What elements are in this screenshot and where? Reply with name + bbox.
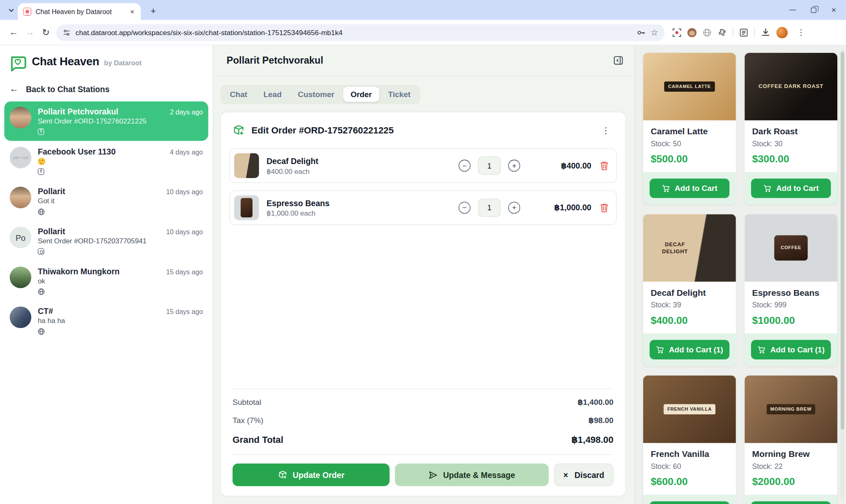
- minimize-icon[interactable]: [789, 10, 796, 10]
- product-card: DECAF DELIGHT Decaf Delight Stock: 39 $4…: [643, 214, 737, 366]
- product-thumbnail: [234, 153, 259, 178]
- chat-list-item[interactable]: Po Pollarit 10 days ago Sent Order #ORD-…: [4, 221, 208, 261]
- stock-label: Stock: 999: [752, 301, 830, 309]
- product-thumbnail: [234, 195, 259, 220]
- window-close-icon[interactable]: ×: [831, 5, 836, 15]
- browser-window: Chat Heaven by Dataroot × + × ← → ↻ chat…: [0, 0, 846, 504]
- tab-chat[interactable]: Chat: [222, 87, 255, 102]
- stock-label: Stock: 60: [651, 462, 728, 471]
- restore-icon[interactable]: [811, 7, 816, 13]
- product-price: $300.00: [752, 153, 830, 165]
- product-card: COFFEE DARK ROAST Dark Roast Stock: 30 $…: [744, 52, 838, 205]
- product-price: $400.00: [651, 314, 728, 326]
- delete-item-icon[interactable]: [600, 203, 608, 213]
- toolbar-separator: [733, 28, 733, 38]
- order-item-row: Espresso Beans ฿1,000.00 each − + ฿1,000…: [229, 190, 617, 225]
- tab-ticket[interactable]: Ticket: [380, 87, 418, 102]
- avatar-initials: Po: [10, 227, 31, 248]
- app-title: Chat Heaven: [32, 55, 99, 68]
- add-to-cart-button[interactable]: Add to Cart: [650, 501, 730, 504]
- address-bar[interactable]: chat.dataroot.app/workspaces/six-six-six…: [56, 24, 665, 40]
- browser-tab[interactable]: Chat Heaven by Dataroot ×: [18, 3, 141, 20]
- add-to-cart-button[interactable]: Add to Cart (1): [751, 340, 831, 359]
- bookmark-star-icon[interactable]: ☆: [651, 27, 658, 38]
- tab-search-chevron-icon[interactable]: [4, 4, 18, 17]
- add-to-cart-button[interactable]: Add to Cart: [751, 178, 831, 198]
- tab-close-icon[interactable]: ×: [129, 7, 135, 16]
- facebook-icon: f: [38, 169, 44, 175]
- delete-item-icon[interactable]: [600, 161, 608, 171]
- contact-title: Pollarit Petchvorakul: [227, 55, 613, 66]
- add-to-cart-button[interactable]: Add to Cart: [650, 178, 730, 198]
- add-to-cart-button[interactable]: Add to Cart (1): [650, 340, 730, 359]
- chat-list-item[interactable]: Thiwakorn Mungkorn 15 days ago ok: [4, 261, 208, 300]
- new-tab-button[interactable]: +: [147, 5, 159, 18]
- url-text[interactable]: chat.dataroot.app/workspaces/six-six-six…: [76, 29, 632, 37]
- web-icon: [38, 208, 45, 215]
- password-key-icon[interactable]: [637, 28, 646, 37]
- avatar: [10, 187, 31, 208]
- scrollbar-thumb[interactable]: [841, 52, 844, 429]
- tab-order[interactable]: Order: [343, 87, 379, 102]
- avatar: [10, 307, 31, 328]
- order-item-row: Decaf Delight ฿400.00 each − + ฿400.00: [229, 148, 617, 183]
- web-icon: [38, 328, 45, 335]
- decrease-qty-button[interactable]: −: [459, 160, 471, 172]
- tab-title: Chat Heaven by Dataroot: [36, 8, 125, 15]
- forward-icon[interactable]: →: [21, 24, 38, 40]
- station-tabs: Chat Lead Customer Order Ticket: [220, 85, 420, 104]
- increase-qty-button[interactable]: +: [508, 202, 520, 214]
- monkey-extension-icon[interactable]: [687, 28, 696, 37]
- update-and-message-button[interactable]: Update & Message: [395, 464, 549, 486]
- package-plus-icon: [233, 124, 245, 136]
- subtotal-label: Subtotal: [233, 398, 577, 407]
- chat-list: Pollarit Petchvorakul 2 days ago Sent Or…: [0, 100, 213, 504]
- grand-total-label: Grand Total: [233, 435, 571, 445]
- chat-list-item[interactable]: Pollarit Petchvorakul 2 days ago Sent Or…: [4, 102, 208, 141]
- update-order-button[interactable]: Update Order: [233, 464, 390, 486]
- product-price: $500.00: [651, 153, 728, 165]
- product-image: FRENCH VANILLA: [643, 376, 736, 443]
- quantity-input[interactable]: [478, 157, 501, 175]
- tab-lead[interactable]: Lead: [256, 87, 289, 102]
- grand-total-value: ฿1,498.00: [571, 434, 613, 445]
- decrease-qty-button[interactable]: −: [459, 202, 471, 214]
- quantity-input[interactable]: [478, 199, 501, 217]
- collapse-panel-icon[interactable]: [613, 55, 624, 66]
- chat-list-item[interactable]: CT# 15 days ago ha ha ha: [4, 301, 208, 340]
- chat-heaven-logo-icon: [9, 55, 27, 73]
- web-icon: [38, 288, 45, 295]
- product-image: COFFEE DARK ROAST: [744, 53, 837, 120]
- site-favicon-icon: [23, 7, 31, 16]
- product-image: DECAF DELIGHT: [643, 214, 736, 282]
- back-to-chat-stations-link[interactable]: ← Back to Chat Stations: [0, 76, 213, 100]
- discard-button[interactable]: × Discard: [554, 464, 613, 486]
- browser-menu-icon[interactable]: ⋮: [794, 28, 808, 38]
- downloads-icon[interactable]: [761, 28, 771, 38]
- facebook-icon: f: [38, 128, 44, 135]
- add-to-cart-button[interactable]: Add to Cart: [751, 501, 831, 504]
- extensions-puzzle-icon[interactable]: [718, 28, 727, 37]
- tax-label: Tax (7%): [233, 416, 589, 425]
- product-card: MORNING BREW Morning Brew Stock: 22 $200…: [744, 375, 838, 504]
- site-settings-icon[interactable]: [63, 29, 71, 37]
- subtotal-value: ฿1,400.00: [577, 398, 613, 407]
- browser-tabstrip: Chat Heaven by Dataroot × + ×: [0, 0, 846, 20]
- chat-list-item[interactable]: Pollarit 10 days ago Got it: [4, 181, 208, 221]
- increase-qty-button[interactable]: +: [508, 160, 520, 172]
- line-total: ฿400.00: [528, 161, 591, 171]
- browser-profile-avatar[interactable]: [777, 27, 788, 38]
- reload-icon[interactable]: ↻: [38, 24, 54, 40]
- screen-capture-extension-icon[interactable]: [672, 28, 681, 37]
- back-icon[interactable]: ←: [5, 24, 21, 40]
- instagram-icon: [38, 248, 44, 255]
- tab-customer[interactable]: Customer: [290, 87, 342, 102]
- order-menu-icon[interactable]: ⋮: [598, 125, 613, 136]
- globe-extension-icon[interactable]: [703, 28, 712, 37]
- reading-list-icon[interactable]: [739, 28, 748, 37]
- chat-list-item[interactable]: 100 × 100 Facebook User 1130 4 days ago …: [4, 141, 208, 181]
- stock-label: Stock: 30: [752, 140, 830, 148]
- edit-order-card: Edit Order #ORD-1752760221225 ⋮ Decaf De…: [220, 112, 626, 496]
- product-price: $600.00: [651, 476, 728, 488]
- product-price: $1000.00: [752, 314, 830, 326]
